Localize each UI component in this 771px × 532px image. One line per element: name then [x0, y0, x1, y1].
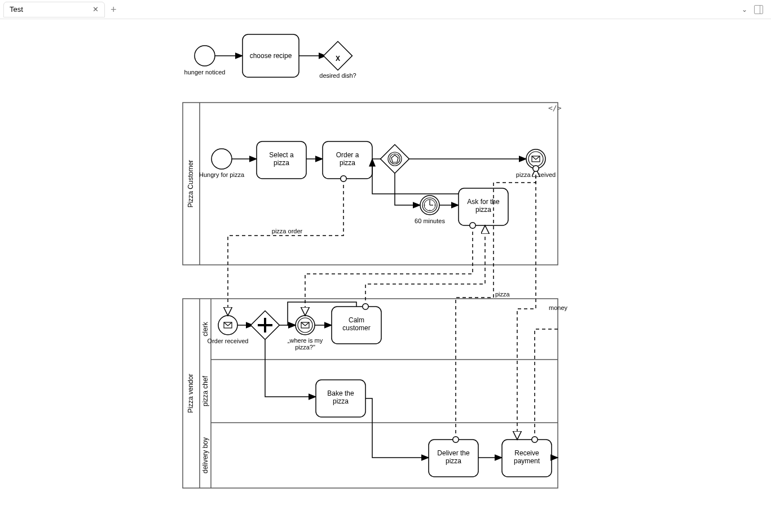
timer-event[interactable]	[420, 196, 439, 215]
code-icon[interactable]: </>	[548, 104, 562, 112]
pool-label: Pizza vendor	[187, 374, 195, 413]
svg-text:pizza: pizza	[340, 159, 355, 167]
pool-pizza-customer[interactable]: Pizza Customer </> Hungry for pizza Sele…	[183, 103, 562, 265]
pool-label: Pizza Customer	[187, 160, 195, 208]
start-event-hunger[interactable]	[195, 46, 215, 66]
tab-label: Test	[10, 5, 23, 14]
svg-text:pizza: pizza	[475, 206, 491, 214]
svg-text:Bake the: Bake the	[327, 389, 354, 397]
tab-test[interactable]: Test ✕	[3, 2, 105, 17]
svg-text:pizza: pizza	[333, 397, 349, 405]
svg-text:pizza: pizza	[446, 457, 461, 465]
start-label: Hungry for pizza	[199, 171, 245, 178]
tab-bar: Test ✕ + ⌄	[0, 0, 771, 19]
svg-text:Calm: Calm	[349, 316, 364, 324]
lane-clerk: clerk	[201, 321, 209, 336]
svg-text:Deliver the: Deliver the	[437, 449, 470, 457]
msg-label: pizza order	[272, 228, 303, 234]
msg-event-where-pizza[interactable]	[296, 316, 315, 335]
svg-text:Receive: Receive	[514, 449, 539, 457]
svg-text:pizza?": pizza?"	[295, 344, 315, 351]
msg-label: money	[549, 304, 568, 311]
svg-text:Ask for the: Ask for the	[467, 198, 500, 206]
gateway-desired-dish[interactable]: X	[324, 42, 353, 70]
chevron-down-icon[interactable]: ⌄	[742, 6, 747, 14]
svg-text:customer: customer	[342, 324, 370, 332]
task-label: choose recipe	[250, 52, 292, 60]
start-event-order-received[interactable]	[218, 316, 237, 335]
msg-label: pizza	[495, 291, 510, 298]
close-icon[interactable]: ✕	[92, 5, 99, 14]
diagram-canvas[interactable]: hunger noticed choose recipe X desired d…	[0, 19, 771, 532]
panel-toggle-icon[interactable]	[754, 5, 763, 14]
start-label: Order received	[208, 338, 249, 344]
svg-text:payment: payment	[514, 457, 540, 465]
lane-delivery: delivery boy	[201, 437, 209, 473]
diagram-svg: hunger noticed choose recipe X desired d…	[0, 19, 771, 532]
svg-text:pizza: pizza	[274, 159, 289, 167]
svg-text:X: X	[336, 55, 340, 63]
lane-chef: pizza chef	[201, 375, 209, 406]
svg-text:„where is my: „where is my	[288, 337, 323, 344]
pool-pizza-vendor[interactable]: Pizza vendor clerk pizza chef delivery b…	[183, 299, 558, 488]
svg-text:Select a: Select a	[269, 151, 294, 159]
end-event-pizza-received[interactable]	[526, 149, 545, 169]
gateway-label: desired dish?	[319, 72, 356, 79]
start-event-hungry[interactable]	[212, 149, 232, 169]
start-event-label: hunger noticed	[184, 69, 226, 76]
add-tab-button[interactable]: +	[111, 5, 117, 15]
svg-rect-3	[183, 103, 558, 265]
timer-label: 60 minutes	[415, 218, 445, 224]
svg-text:Order a: Order a	[336, 151, 359, 159]
top-process[interactable]: hunger noticed choose recipe X desired d…	[184, 34, 356, 79]
